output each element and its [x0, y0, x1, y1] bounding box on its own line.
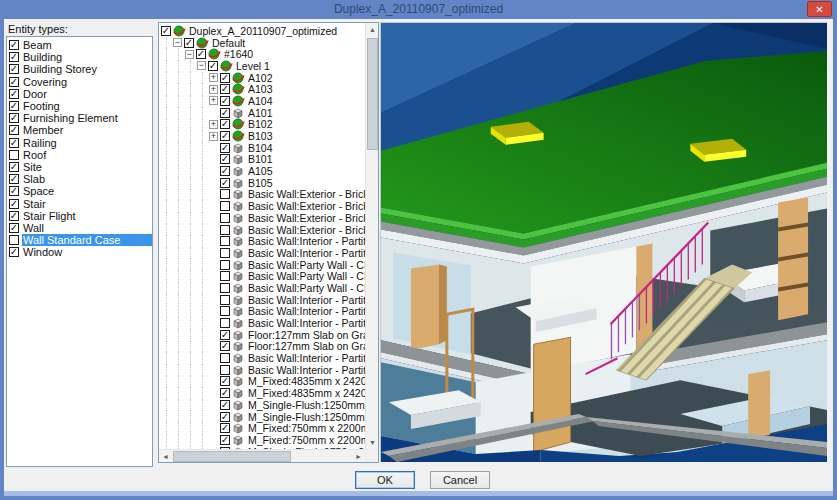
- scroll-right-icon[interactable]: ►: [352, 450, 365, 463]
- horizontal-scroll-thumb[interactable]: [173, 451, 291, 462]
- checkbox-icon[interactable]: [9, 138, 19, 148]
- ok-button[interactable]: OK: [355, 471, 415, 489]
- tree-row[interactable]: + A102: [159, 72, 365, 84]
- checkbox-icon[interactable]: [9, 199, 19, 209]
- tree-row[interactable]: M_Fixed:4835mm x 2420mm:4835m: [159, 387, 365, 399]
- checkbox-icon[interactable]: [9, 40, 19, 50]
- tree-row[interactable]: Basic Wall:Exterior - Brick on Block:: [159, 189, 365, 201]
- checkbox-icon[interactable]: [220, 84, 230, 94]
- checkbox-icon[interactable]: [9, 125, 19, 135]
- entity-type-row[interactable]: Stair: [7, 197, 152, 209]
- tree-row[interactable]: M_Fixed:750mm x 2200mm:750mm: [159, 422, 365, 434]
- checkbox-icon[interactable]: [9, 101, 19, 111]
- checkbox-icon[interactable]: [9, 247, 19, 257]
- tree-row[interactable]: B105: [159, 177, 365, 189]
- checkbox-icon[interactable]: [220, 248, 230, 258]
- model-tree[interactable]: Duplex_A_20110907_optimized − Default − …: [159, 23, 365, 449]
- entity-type-row[interactable]: Covering: [7, 76, 152, 88]
- checkbox-icon[interactable]: [220, 225, 230, 235]
- checkbox-icon[interactable]: [9, 52, 19, 62]
- close-button[interactable]: ✕: [807, 1, 832, 17]
- tree-row[interactable]: + A103: [159, 83, 365, 95]
- tree-row[interactable]: Basic Wall:Exterior - Brick on Block:: [159, 212, 365, 224]
- entity-type-row[interactable]: Furnishing Element: [7, 112, 152, 124]
- checkbox-icon[interactable]: [220, 412, 230, 422]
- entity-type-row[interactable]: Beam: [7, 39, 152, 51]
- checkbox-icon[interactable]: [220, 143, 230, 153]
- tree-row[interactable]: Duplex_A_20110907_optimized: [159, 25, 365, 37]
- tree-row[interactable]: + B103: [159, 130, 365, 142]
- checkbox-icon[interactable]: [196, 49, 206, 59]
- entity-type-row[interactable]: Site: [7, 161, 152, 173]
- checkbox-icon[interactable]: [220, 400, 230, 410]
- tree-row[interactable]: Basic Wall:Party Wall - CMU Reside: [159, 282, 365, 294]
- entity-type-row[interactable]: Railing: [7, 137, 152, 149]
- tree-row[interactable]: Basic Wall:Interior - Partition (92mm: [159, 364, 365, 376]
- checkbox-icon[interactable]: [9, 235, 19, 245]
- tree-row[interactable]: Floor:127mm Slab on Grade:141232: [159, 329, 365, 341]
- tree-row[interactable]: Basic Wall:Party Wall - CMU Reside: [159, 270, 365, 282]
- tree-row[interactable]: A101: [159, 107, 365, 119]
- checkbox-icon[interactable]: [220, 435, 230, 445]
- entity-types-listbox[interactable]: Beam Building Building Storey Covering D…: [6, 36, 153, 467]
- scroll-up-icon[interactable]: ▲: [366, 23, 379, 36]
- checkbox-icon[interactable]: [220, 260, 230, 270]
- checkbox-icon[interactable]: [220, 306, 230, 316]
- tree-row[interactable]: B101: [159, 154, 365, 166]
- tree-horizontal-scrollbar[interactable]: ◄ ►: [159, 449, 365, 462]
- tree-row[interactable]: Basic Wall:Interior - Partition (92mm: [159, 352, 365, 364]
- scroll-down-icon[interactable]: ▼: [366, 436, 379, 449]
- checkbox-icon[interactable]: [220, 131, 230, 141]
- checkbox-icon[interactable]: [220, 189, 230, 199]
- cancel-button[interactable]: Cancel: [430, 471, 490, 489]
- entity-type-row[interactable]: Roof: [7, 149, 152, 161]
- tree-row[interactable]: Basic Wall:Interior - Partition (92mm: [159, 247, 365, 259]
- checkbox-icon[interactable]: [220, 295, 230, 305]
- checkbox-icon[interactable]: [9, 113, 19, 123]
- checkbox-icon[interactable]: [9, 89, 19, 99]
- tree-row[interactable]: Basic Wall:Interior - Partition (92mm: [159, 294, 365, 306]
- checkbox-icon[interactable]: [9, 64, 19, 74]
- entity-type-row[interactable]: Space: [7, 185, 152, 197]
- tree-row[interactable]: M_Fixed:4835mm x 2420mm:4835m: [159, 376, 365, 388]
- entity-type-row[interactable]: Member: [7, 124, 152, 136]
- checkbox-icon[interactable]: [184, 38, 194, 48]
- tree-row[interactable]: M_Single-Flush:1250mm x 2010mm:: [159, 411, 365, 423]
- checkbox-icon[interactable]: [9, 77, 19, 87]
- tree-row[interactable]: M_Single-Flush:1250mm x 2010mm:: [159, 399, 365, 411]
- scroll-left-icon[interactable]: ◄: [159, 450, 172, 463]
- entity-type-row[interactable]: Stair Flight: [7, 210, 152, 222]
- checkbox-icon[interactable]: [220, 365, 230, 375]
- vertical-scroll-thumb[interactable]: [367, 38, 378, 150]
- tree-row[interactable]: B104: [159, 142, 365, 154]
- tree-row[interactable]: Floor:127mm Slab on Grade:143106: [159, 341, 365, 353]
- tree-row[interactable]: Basic Wall:Interior - Partition (92mm: [159, 235, 365, 247]
- checkbox-icon[interactable]: [220, 341, 230, 351]
- checkbox-icon[interactable]: [9, 186, 19, 196]
- tree-row[interactable]: Basic Wall:Exterior - Brick on Block:: [159, 200, 365, 212]
- checkbox-icon[interactable]: [9, 150, 19, 160]
- checkbox-icon[interactable]: [220, 166, 230, 176]
- checkbox-icon[interactable]: [220, 213, 230, 223]
- checkbox-icon[interactable]: [220, 376, 230, 386]
- checkbox-icon[interactable]: [220, 108, 230, 118]
- entity-type-row[interactable]: Door: [7, 88, 152, 100]
- checkbox-icon[interactable]: [220, 318, 230, 328]
- tree-row[interactable]: Basic Wall:Exterior - Brick on Block:: [159, 224, 365, 236]
- tree-row[interactable]: Basic Wall:Interior - Partition (92mm: [159, 306, 365, 318]
- tree-row[interactable]: M_Fixed:750mm x 2200mm:750mm: [159, 434, 365, 446]
- checkbox-icon[interactable]: [220, 388, 230, 398]
- tree-row[interactable]: − Default: [159, 37, 365, 49]
- checkbox-icon[interactable]: [220, 119, 230, 129]
- checkbox-icon[interactable]: [208, 61, 218, 71]
- tree-row[interactable]: + A104: [159, 95, 365, 107]
- entity-type-row[interactable]: Wall: [7, 222, 152, 234]
- checkbox-icon[interactable]: [9, 211, 19, 221]
- checkbox-icon[interactable]: [220, 330, 230, 340]
- tree-row[interactable]: Basic Wall:Interior - Partition (92mm: [159, 317, 365, 329]
- checkbox-icon[interactable]: [9, 162, 19, 172]
- tree-row[interactable]: + B102: [159, 119, 365, 131]
- tree-row[interactable]: − #1640: [159, 48, 365, 60]
- entity-type-row[interactable]: Window: [7, 246, 152, 258]
- checkbox-icon[interactable]: [220, 353, 230, 363]
